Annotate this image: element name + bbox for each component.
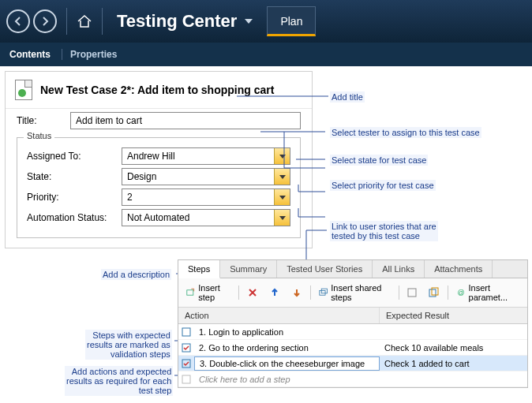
state-label: State: xyxy=(27,171,122,182)
chevron-down-icon[interactable] xyxy=(274,148,290,164)
svg-rect-4 xyxy=(320,291,325,296)
priority-label: Priority: xyxy=(27,192,122,203)
separator xyxy=(238,285,239,300)
svg-rect-7 xyxy=(429,289,436,297)
add-step-placeholder: Click here to add a step xyxy=(194,373,380,386)
svg-rect-8 xyxy=(432,288,438,295)
delete-icon xyxy=(247,287,258,298)
step-row[interactable]: 3. Double-click on the cheeseburger imag… xyxy=(178,356,527,371)
step-row[interactable]: 1. Login to application xyxy=(178,324,527,340)
status-legend: Status xyxy=(24,131,54,140)
home-button[interactable] xyxy=(73,10,96,32)
insert-param-button[interactable]: @ Insert paramet... xyxy=(453,282,523,304)
shared-icon xyxy=(406,287,418,298)
tab-summary[interactable]: Summary xyxy=(220,260,277,278)
shared-steps-button[interactable] xyxy=(403,285,421,300)
tab-properties[interactable]: Properties xyxy=(70,49,117,60)
steps-panel: Steps Summary Tested User Stories All Li… xyxy=(178,259,528,388)
separator xyxy=(310,285,311,300)
document-icon xyxy=(15,80,32,100)
chevron-down-icon[interactable] xyxy=(274,210,290,226)
app-title: Testing Center xyxy=(117,11,237,32)
assigned-to-value: Andrew Hill xyxy=(122,151,274,162)
callout-select-priority: Select priority for test case xyxy=(330,180,436,191)
svg-text:@: @ xyxy=(458,289,465,297)
tab-tested-user-stories[interactable]: Tested User Stories xyxy=(277,260,373,278)
svg-rect-3 xyxy=(187,290,193,295)
state-value: Design xyxy=(122,171,274,182)
step-action: 1. Login to application xyxy=(194,326,380,338)
forward-button[interactable] xyxy=(33,9,57,33)
callout-add-title: Add title xyxy=(330,91,365,103)
arrow-up-icon xyxy=(269,287,280,298)
insert-step-icon xyxy=(186,287,195,298)
svg-rect-6 xyxy=(408,289,416,297)
svg-rect-5 xyxy=(321,289,327,293)
separator xyxy=(399,285,399,300)
callout-add-description: Add a description xyxy=(101,269,171,280)
chevron-down-icon[interactable] xyxy=(274,189,290,205)
step-action[interactable]: 3. Double-click on the cheeseburger imag… xyxy=(194,356,380,371)
priority-value: 2 xyxy=(122,192,274,203)
svg-rect-10 xyxy=(182,328,190,336)
step-expected xyxy=(380,330,527,334)
title-input[interactable] xyxy=(70,112,301,129)
copy-icon xyxy=(429,287,440,298)
panel-title: New Test Case 2*: Add item to shopping c… xyxy=(40,84,274,96)
column-expected: Expected Result xyxy=(380,308,527,323)
separator xyxy=(62,49,62,60)
add-step-row[interactable]: Click here to add a step xyxy=(178,371,527,387)
move-up-button[interactable] xyxy=(266,285,283,300)
separator xyxy=(102,8,103,35)
insert-shared-icon xyxy=(319,287,328,298)
step-expected: Check 1 added to cart xyxy=(380,357,527,370)
validation-step-icon xyxy=(178,343,194,353)
automation-value: Not Automated xyxy=(122,212,274,223)
tab-attachments[interactable]: Attachments xyxy=(425,260,493,278)
delete-step-button[interactable] xyxy=(244,285,261,300)
state-combo[interactable]: Design xyxy=(122,168,290,185)
step-icon xyxy=(178,327,194,337)
step-row[interactable]: 2. Go to the ordering section Check 10 a… xyxy=(178,340,527,356)
insert-step-button[interactable]: Insert step xyxy=(183,282,234,304)
automation-label: Automation Status: xyxy=(27,212,122,223)
tab-steps[interactable]: Steps xyxy=(178,260,220,278)
param-icon: @ xyxy=(456,287,465,298)
automation-combo[interactable]: Not Automated xyxy=(122,209,290,226)
svg-rect-13 xyxy=(182,375,190,383)
title-label: Title: xyxy=(17,115,70,126)
insert-shared-button[interactable]: Insert shared steps xyxy=(316,282,394,304)
column-action: Action xyxy=(178,308,380,323)
tab-plan[interactable]: Plan xyxy=(267,6,316,36)
validation-step-icon xyxy=(178,359,194,368)
separator xyxy=(448,285,448,300)
chevron-down-icon[interactable] xyxy=(274,169,290,185)
callout-link-stories: Link to user stories that aretested by t… xyxy=(330,221,438,241)
callout-select-tester: Select tester to assign to this test cas… xyxy=(330,127,481,138)
chevron-down-icon[interactable] xyxy=(245,19,253,24)
callout-validation-steps: Steps with expectedresults are marked as… xyxy=(85,330,172,360)
separator xyxy=(66,8,67,35)
arrow-down-icon xyxy=(291,287,302,298)
step-expected: Check 10 available meals xyxy=(380,341,527,354)
tab-all-links[interactable]: All Links xyxy=(373,260,425,278)
priority-combo[interactable]: 2 xyxy=(122,188,290,206)
step-icon xyxy=(178,375,194,384)
move-down-button[interactable] xyxy=(288,285,305,300)
back-button[interactable] xyxy=(6,9,30,33)
tab-contents[interactable]: Contents xyxy=(9,49,51,60)
assigned-to-label: Assigned To: xyxy=(27,151,122,162)
callout-select-state: Select state for test case xyxy=(330,155,428,166)
test-case-panel: New Test Case 2*: Add item to shopping c… xyxy=(5,71,313,248)
callout-add-actions: Add actions and expectedresults as requi… xyxy=(65,366,173,396)
assigned-to-combo[interactable]: Andrew Hill xyxy=(122,147,290,165)
copy-step-button[interactable] xyxy=(425,285,443,300)
step-action: 2. Go to the ordering section xyxy=(194,341,380,354)
